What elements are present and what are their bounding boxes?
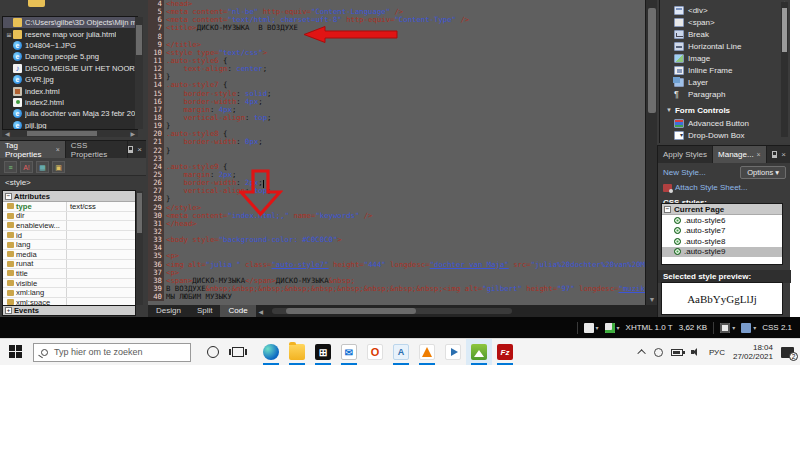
file-list-item[interactable]: GVR.jpg	[3, 74, 137, 85]
toolbox-item[interactable]: <div>	[660, 4, 790, 16]
close-icon[interactable]: ×	[56, 146, 60, 153]
expand-icon[interactable]: +	[5, 307, 12, 314]
taskbar-app-photosg[interactable]	[466, 339, 492, 365]
code-line[interactable]: 11.auto-style6 {	[148, 57, 645, 65]
css-schema-label[interactable]: CSS 2.1	[762, 323, 792, 332]
code-errors-icon[interactable]: ▾	[605, 323, 620, 333]
tab-design[interactable]: Design	[148, 305, 189, 317]
battery-icon[interactable]	[671, 349, 683, 356]
taskbar-app-mail[interactable]	[336, 339, 362, 365]
code-line[interactable]: 7<title>ДИСКО-МУЗЫКА В ВОЗДУХЕ	[148, 24, 645, 32]
file-list-item[interactable]: C:\Users\gilbe\3D Objects\Mijn music w	[3, 17, 137, 28]
css-style-item[interactable]: .auto-style8	[662, 236, 782, 247]
code-line[interactable]: 31</head>	[148, 220, 645, 228]
file-list-item[interactable]: pijl.jpg	[3, 120, 137, 130]
tab-apply-styles[interactable]: Apply Styles	[658, 146, 713, 163]
attribute-row[interactable]: xml:lang	[3, 288, 135, 298]
expand-icon[interactable]: ⊞	[5, 31, 13, 38]
alphabetical-list-icon[interactable]: A!	[20, 161, 33, 173]
code-line[interactable]: 34	[148, 244, 645, 252]
code-line[interactable]: 13}	[148, 73, 645, 81]
code-line[interactable]: 15 border-style: solid;	[148, 90, 645, 98]
attribute-row[interactable]: dir	[3, 212, 135, 222]
file-list-item[interactable]: ⊞reserve map voor julia.html	[3, 28, 137, 39]
doctype-label[interactable]: XHTML 1.0 T	[626, 323, 673, 332]
toolbox-item[interactable]: Inline Frame	[660, 64, 790, 76]
code-line[interactable]: 4<head>	[148, 0, 645, 8]
toolbox-item[interactable]: Advanced Button	[660, 117, 790, 129]
code-editor[interactable]: 4<head>5<meta content="nl-be" http-equiv…	[148, 0, 645, 305]
code-line[interactable]: 23	[148, 155, 645, 163]
file-list-item[interactable]: index2.html	[3, 97, 137, 108]
code-line[interactable]: 9</title>	[148, 41, 645, 49]
attribute-row[interactable]: runat	[3, 260, 135, 270]
code-line[interactable]: 20.auto-style8 {	[148, 130, 645, 138]
code-line[interactable]: 12 text-align: center;	[148, 65, 645, 73]
attribute-row[interactable]: typetext/css	[3, 202, 135, 212]
scroll-right-icon[interactable]: ▶	[127, 130, 138, 137]
collapse-icon[interactable]: −	[5, 193, 12, 200]
code-line[interactable]: 29</style>	[148, 204, 645, 212]
toolbox-item[interactable]: Layer	[660, 76, 790, 88]
tab-code[interactable]: Code	[220, 305, 255, 317]
attribute-value[interactable]: text/css	[67, 202, 96, 211]
code-line[interactable]: 5<meta content="nl-be" http-equiv="Conte…	[148, 8, 645, 16]
pin-icon[interactable]	[772, 151, 777, 158]
code-line[interactable]: 35<p>	[148, 252, 645, 260]
code-line[interactable]: 14.auto-style7 {	[148, 81, 645, 89]
attributes-scrollbar[interactable]	[136, 191, 143, 305]
code-line[interactable]: 10<style type="text/css">	[148, 49, 645, 57]
visual-aids-icon[interactable]: ▾	[720, 323, 735, 333]
code-line[interactable]: 27 vertical-align: top;	[148, 187, 645, 195]
tray-status-icon[interactable]	[654, 348, 663, 357]
toolbox-item[interactable]: <span>	[660, 16, 790, 28]
close-icon[interactable]: ×	[757, 151, 761, 158]
action-center-icon[interactable]: 2	[781, 347, 794, 358]
file-list-horizontal-scrollbar[interactable]: ◀ ▶	[2, 130, 138, 137]
attribute-row[interactable]: visible	[3, 279, 135, 289]
current-page-group[interactable]: − Current Page	[662, 204, 782, 215]
attribute-row[interactable]: media	[3, 250, 135, 260]
code-line[interactable]: 22}	[148, 147, 645, 155]
close-panel-icon[interactable]: ×	[781, 150, 786, 159]
code-line[interactable]: 38<span>ДИСКО-МУЗЫКА</span>ДИСКО-МУЗЫКА&…	[148, 277, 645, 285]
taskbar-app-office[interactable]	[362, 339, 388, 365]
options-button[interactable]: Options ▾	[740, 166, 786, 179]
style-application-icon[interactable]: ▾	[741, 323, 756, 333]
file-list[interactable]: C:\Users\gilbe\3D Objects\Mijn music w⊞r…	[2, 16, 138, 130]
file-list-item[interactable]: index.html	[3, 85, 137, 96]
summary-icon[interactable]: ▣	[52, 161, 65, 173]
code-line[interactable]: 33<body style="background-color: #C0C0C0…	[148, 236, 645, 244]
attribute-row[interactable]: lang	[3, 240, 135, 250]
file-list-item[interactable]: julia dochter van Maja 23 febr 2021	[3, 108, 137, 119]
close-panel-icon[interactable]: ×	[137, 145, 142, 154]
scroll-left-icon[interactable]: ◀	[2, 130, 13, 137]
taskbar-app-filezilla[interactable]	[492, 339, 518, 365]
categorized-list-icon[interactable]: ≡	[4, 161, 17, 173]
toolbox-item[interactable]: ¶Paragraph	[660, 88, 790, 100]
tab-css-properties[interactable]: CSS Properties	[66, 141, 129, 158]
code-line[interactable]: 25 margin: 2px;	[148, 171, 645, 179]
code-line[interactable]: 16 border-width: 4px;	[148, 98, 645, 106]
toolbox-item[interactable]: Break	[660, 28, 790, 40]
file-list-vertical-scrollbar[interactable]	[135, 17, 143, 129]
css-style-item[interactable]: .auto-style6	[662, 215, 782, 226]
code-line[interactable]: 21 border-width: 0px;	[148, 138, 645, 146]
code-line[interactable]: 32	[148, 228, 645, 236]
clock[interactable]: 18:04 27/02/2021	[733, 343, 773, 361]
tab-manage-styles[interactable]: Manage...×	[713, 146, 767, 163]
taskbar-app-vlc[interactable]	[414, 339, 440, 365]
task-view-button[interactable]	[232, 347, 244, 357]
pin-icon[interactable]	[128, 146, 133, 153]
css-style-item[interactable]: .auto-style7	[662, 226, 782, 237]
page-status-icon[interactable]: ▾	[584, 323, 599, 333]
events-header[interactable]: + Events	[2, 306, 136, 316]
css-style-item[interactable]: .auto-style9	[662, 247, 782, 258]
keyboard-language[interactable]: РУС	[709, 348, 725, 357]
toolbox-scrollbar[interactable]	[781, 2, 788, 137]
taskbar-search-input[interactable]: Typ hier om te zoeken	[33, 343, 191, 362]
toolbox-item[interactable]: Horizontal Line	[660, 40, 790, 52]
code-line[interactable]: 28}	[148, 195, 645, 203]
code-line[interactable]: 40МЫ ЛЮБИМ МУЗЫКУ	[148, 293, 645, 301]
file-list-item[interactable]: 104804~1.JPG	[3, 40, 137, 51]
